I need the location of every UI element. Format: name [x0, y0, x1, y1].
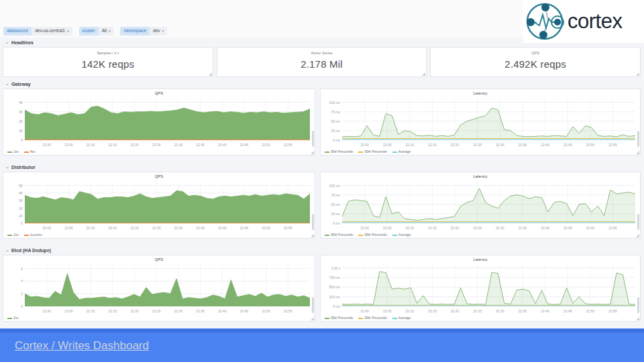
svg-text:0: 0: [21, 304, 23, 308]
chevron-down-icon: ▾: [117, 51, 119, 55]
legend-item[interactable]: 95th Percentile: [358, 149, 386, 154]
footer-top-edge: [0, 328, 644, 333]
section-gateway[interactable]: ⌄Gateway: [5, 81, 31, 86]
svg-text:4K: 4K: [19, 101, 23, 105]
legend-item[interactable]: 99th Percentile: [325, 149, 353, 154]
panel-resize-handle[interactable]: [311, 151, 314, 154]
chevron-down-icon: ⌄: [5, 81, 9, 86]
legend-item[interactable]: 4xx: [24, 149, 36, 154]
svg-text:22:30: 22:30: [496, 309, 504, 313]
svg-text:22:40: 22:40: [541, 143, 549, 147]
chevron-down-icon: ▾: [67, 29, 69, 33]
panel-etcd-latency: Latency 1.00 s750 ms500 ms250 ms0 ms22:0…: [320, 255, 641, 322]
distributor-qps-chart[interactable]: 5K4K3K2K1K022:0022:0522:1022:1522:2022:2…: [5, 180, 313, 231]
stat-samples-per-sec: Samples / s ▾ 142K reqps: [3, 47, 213, 77]
panel-resize-handle[interactable]: [636, 317, 639, 320]
chevron-down-icon: ▾: [109, 29, 111, 33]
panel-scrollbar[interactable]: [637, 214, 639, 230]
legend-item[interactable]: 2xx: [7, 233, 19, 237]
svg-text:1K: 1K: [19, 129, 23, 133]
svg-text:22:15: 22:15: [109, 226, 117, 230]
svg-text:22:10: 22:10: [406, 143, 415, 147]
etcd-qps-chart[interactable]: 642022:0022:0522:1022:1522:2022:2522:302…: [5, 263, 313, 314]
svg-text:500 ms: 500 ms: [329, 285, 341, 289]
panel-distributor-latency: Latency 100 ms75 ms50 ms25 ms0 ms22:0022…: [320, 172, 641, 239]
gateway-qps-chart[interactable]: 4K3K2K1K022:0022:0522:1022:1522:2022:252…: [5, 97, 313, 147]
svg-text:22:50: 22:50: [262, 226, 270, 230]
filter-datasource: datasource dev-us-central1▾: [3, 27, 72, 36]
svg-text:750 ms: 750 ms: [329, 276, 341, 280]
svg-text:22:25: 22:25: [473, 226, 482, 230]
filter-namespace-value[interactable]: dev▾: [150, 27, 167, 36]
distributor-latency-chart[interactable]: 100 ms75 ms50 ms25 ms0 ms22:0022:0522:10…: [322, 180, 638, 231]
svg-text:2K: 2K: [19, 119, 23, 123]
stat-title[interactable]: QPS: [431, 51, 640, 55]
chevron-down-icon: ⌄: [5, 164, 9, 170]
panel-title[interactable]: Latency: [321, 255, 640, 263]
svg-text:22:05: 22:05: [64, 309, 73, 313]
panel-scrollbar[interactable]: [637, 297, 639, 313]
panel-resize-handle[interactable]: [636, 151, 639, 154]
legend-item[interactable]: Average: [392, 233, 411, 237]
svg-text:22:15: 22:15: [428, 143, 437, 147]
filter-datasource-label: datasource: [3, 27, 32, 36]
panel-resize-handle[interactable]: [209, 72, 212, 76]
svg-text:50 ms: 50 ms: [331, 202, 340, 206]
stat-active-series: Active Series 2.178 Mil: [217, 47, 427, 77]
svg-text:22:10: 22:10: [87, 143, 95, 147]
section-etcd[interactable]: ⌄Etcd (HA Dedupe): [5, 247, 51, 253]
panel-gateway-qps: QPS 4K3K2K1K022:0022:0522:1022:1522:2022…: [3, 88, 315, 156]
etcd-latency-chart[interactable]: 1.00 s750 ms500 ms250 ms0 ms22:0022:0522…: [322, 263, 638, 314]
panel-scrollbar[interactable]: [637, 131, 639, 147]
panel-resize-handle[interactable]: [636, 72, 639, 76]
svg-text:2K: 2K: [19, 206, 23, 210]
svg-text:22:10: 22:10: [87, 226, 95, 230]
svg-text:22:40: 22:40: [218, 309, 227, 313]
legend-item[interactable]: success: [24, 233, 42, 237]
legend-item[interactable]: Average: [392, 316, 411, 320]
legend-item[interactable]: 2xx: [7, 316, 19, 320]
filter-datasource-value[interactable]: dev-us-central1▾: [32, 27, 72, 36]
section-distributor[interactable]: ⌄Distributor: [5, 164, 36, 170]
stat-title[interactable]: Samples / s ▾: [3, 51, 213, 55]
filter-cluster-value[interactable]: All▾: [99, 27, 114, 36]
dashboard-link[interactable]: Cortex / Writes Dashboard: [15, 339, 149, 353]
filter-bar: datasource dev-us-central1▾ cluster All▾…: [3, 27, 167, 36]
panel-title[interactable]: QPS: [3, 255, 315, 263]
panel-resize-handle[interactable]: [636, 234, 639, 237]
panel-scrollbar[interactable]: [312, 131, 314, 147]
panel-resize-handle[interactable]: [311, 234, 314, 237]
panel-resize-handle[interactable]: [311, 317, 314, 320]
svg-text:100 ms: 100 ms: [329, 184, 341, 188]
svg-text:22:45: 22:45: [240, 226, 249, 230]
chevron-down-icon: ▾: [162, 29, 164, 33]
gateway-row: QPS 4K3K2K1K022:0022:0522:1022:1522:2022…: [3, 88, 641, 156]
svg-text:22:10: 22:10: [406, 226, 415, 230]
svg-text:22:35: 22:35: [519, 143, 527, 147]
panel-title[interactable]: QPS: [3, 89, 315, 97]
legend-item[interactable]: Average: [392, 149, 411, 154]
svg-text:100 ms: 100 ms: [329, 101, 341, 105]
panel-title[interactable]: QPS: [3, 172, 315, 180]
svg-text:22:20: 22:20: [130, 226, 139, 230]
legend-item[interactable]: 95th Percentile: [358, 233, 386, 237]
legend-item[interactable]: 99th Percentile: [325, 233, 353, 237]
panel-scrollbar[interactable]: [312, 297, 314, 313]
stat-value: 2.492K reqps: [431, 58, 640, 70]
svg-text:1K: 1K: [19, 214, 23, 218]
panel-title[interactable]: Latency: [321, 172, 640, 180]
svg-text:22:40: 22:40: [541, 309, 549, 313]
section-headlines[interactable]: ⌄Headlines: [5, 40, 34, 45]
panel-title[interactable]: Latency: [321, 89, 640, 97]
legend-item[interactable]: 2xx: [7, 149, 19, 154]
svg-text:5K: 5K: [19, 184, 23, 188]
panel-scrollbar[interactable]: [312, 214, 314, 230]
svg-text:22:15: 22:15: [428, 309, 437, 313]
cortex-logo: cortex: [523, 0, 644, 43]
stat-title[interactable]: Active Series: [217, 51, 427, 55]
legend-item[interactable]: 95th Percentile: [358, 316, 386, 320]
gateway-latency-chart[interactable]: 100 ms75 ms50 ms25 ms0 ms22:0022:0522:10…: [322, 97, 638, 147]
svg-text:0 ms: 0 ms: [333, 304, 340, 308]
legend-item[interactable]: 99th Percentile: [325, 316, 353, 320]
panel-resize-handle[interactable]: [422, 72, 425, 76]
